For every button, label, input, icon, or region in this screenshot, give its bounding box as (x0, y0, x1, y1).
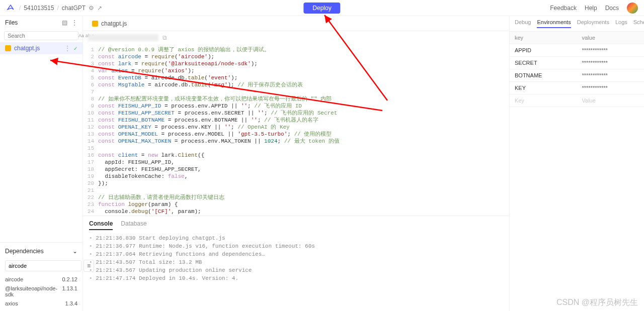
file-item[interactable]: chatgpt.js ⋮ ✓ (0, 42, 83, 54)
watermark: CSDN @程序员树先生 (556, 297, 638, 308)
env-ghost-row[interactable]: Key Value (510, 94, 644, 107)
console-line: 21:21:43.567 Updating production online … (89, 266, 503, 274)
help-link[interactable]: Help (585, 5, 597, 12)
tabbar: chatgpt.js (83, 16, 509, 31)
dependencies-panel: Dependencies ⌄ ≡ aircode0.2.12@larksuite… (0, 242, 83, 311)
breadcrumb: / 541013515 / chatGPT ⚙ ↗ (19, 5, 102, 12)
top-right-links: Feedback Help Docs (550, 3, 638, 14)
project-name[interactable]: chatGPT (62, 5, 86, 12)
file-name: chatgpt.js (14, 45, 40, 52)
console-tabs: Console Database (83, 216, 509, 234)
env-value[interactable]: ************ (577, 82, 645, 94)
console-line: 21:21:36.830 Start deploying chatgpt.js (89, 234, 503, 242)
console-line: 21:21:47.174 Deployed in 10.4s. Version:… (89, 274, 503, 282)
right-tabs: Debug Environments Deployments Logs Sche… (510, 16, 644, 32)
dep-version: 0.2.12 (62, 276, 77, 282)
tab-deployments[interactable]: Deployments (577, 19, 609, 28)
chevron-down-icon: ⌄ (72, 248, 77, 255)
center-panel: chatgpt.js ⧉ 123456789101112131415161718… (83, 16, 509, 311)
dep-name: axios (5, 300, 18, 306)
dep-input-row: ≡ (5, 260, 77, 272)
js-file-icon (5, 45, 11, 51)
project-id[interactable]: 541013515 (24, 5, 54, 12)
code-editor[interactable]: 123456789101112131415161718192021222324 … (83, 44, 509, 216)
console-line: 21:21:36.977 Runtime: Node.js v16, funct… (89, 242, 503, 250)
env-row[interactable]: KEY************ (510, 82, 644, 94)
sidebar: Files ▤ ⋮ Aa ab * chatgpt.js ⋮ ✓ Depende… (0, 16, 83, 311)
files-label: Files (5, 19, 18, 26)
tab-debug[interactable]: Debug (515, 19, 531, 28)
deploy-button[interactable]: Deploy (303, 3, 340, 14)
avatar[interactable] (627, 3, 638, 14)
env-value[interactable]: ************ (577, 69, 645, 81)
docs-link[interactable]: Docs (605, 5, 619, 12)
right-panel: Debug Environments Deployments Logs Sche… (509, 16, 644, 311)
logo-icon (6, 4, 15, 13)
env-key[interactable]: APPID (510, 44, 577, 56)
tab-console[interactable]: Console (89, 220, 113, 230)
feedback-link[interactable]: Feedback (550, 5, 577, 12)
code-body[interactable]: // @version 0.0.9 调整了 axios 的报错的输出，以便于调试… (98, 46, 509, 214)
dep-search-input[interactable] (5, 260, 82, 271)
tab-logs[interactable]: Logs (615, 19, 627, 28)
dep-name: @larksuiteoapi/node-sdk (5, 285, 62, 297)
env-ghost-value[interactable]: Value (577, 94, 645, 107)
console-line: 21:21:37.064 Retrieving functions and de… (89, 250, 503, 258)
deps-label: Dependencies (5, 248, 44, 255)
console-body[interactable]: 21:21:36.830 Start deploying chatgpt.js2… (83, 234, 509, 311)
dep-row[interactable]: @larksuiteoapi/node-sdk1.13.1 (5, 284, 77, 299)
env-value[interactable]: ************ (577, 44, 645, 56)
js-file-icon (92, 21, 98, 27)
console-panel: Console Database 21:21:36.830 Start depl… (83, 216, 509, 311)
editor-tab[interactable]: chatgpt.js (87, 18, 132, 29)
new-file-icon[interactable]: ▤ (62, 19, 67, 26)
dep-row[interactable]: axios1.3.4 (5, 299, 77, 308)
env-value[interactable]: ************ (577, 57, 645, 69)
dep-name: aircode (5, 276, 23, 282)
search-input[interactable] (8, 33, 77, 39)
more-icon[interactable]: ⋮ (71, 19, 77, 26)
env-key[interactable]: SECRET (510, 57, 577, 69)
line-gutter: 123456789101112131415161718192021222324 (83, 46, 98, 214)
console-line: 21:21:43.507 Total size: 13.2 MB (89, 258, 503, 266)
blurred-url (88, 34, 158, 41)
file-more-icon[interactable]: ⋮ (64, 45, 70, 52)
search-row[interactable]: Aa ab * (4, 31, 78, 40)
env-header-value: value (577, 32, 645, 44)
topbar: / 541013515 / chatGPT ⚙ ↗ Deploy Feedbac… (0, 0, 644, 16)
share-icon[interactable]: ↗ (97, 5, 102, 12)
env-row[interactable]: BOTNAME************ (510, 69, 644, 82)
deps-header[interactable]: Dependencies ⌄ (5, 246, 77, 257)
tab-schedules[interactable]: Schedules (633, 19, 644, 28)
check-icon: ✓ (73, 46, 77, 51)
env-header-row: key value (510, 32, 644, 44)
env-key[interactable]: KEY (510, 82, 577, 94)
editor-toolbar: ⧉ (83, 31, 509, 44)
dep-version: 1.13.1 (62, 285, 77, 297)
tab-environments[interactable]: Environments (537, 19, 571, 28)
gear-icon[interactable]: ⚙ (89, 5, 94, 12)
dep-row[interactable]: aircode0.2.12 (5, 275, 77, 284)
tab-database[interactable]: Database (121, 220, 146, 230)
env-table: key value APPID************SECRET*******… (510, 32, 644, 107)
env-header-key: key (510, 32, 577, 44)
env-ghost-key[interactable]: Key (510, 94, 577, 107)
env-row[interactable]: SECRET************ (510, 57, 644, 69)
env-row[interactable]: APPID************ (510, 44, 644, 57)
tab-label: chatgpt.js (101, 20, 127, 27)
files-header: Files ▤ ⋮ (0, 16, 83, 29)
copy-icon[interactable]: ⧉ (163, 34, 167, 41)
dep-version: 1.3.4 (65, 300, 77, 306)
env-key[interactable]: BOTNAME (510, 69, 577, 81)
